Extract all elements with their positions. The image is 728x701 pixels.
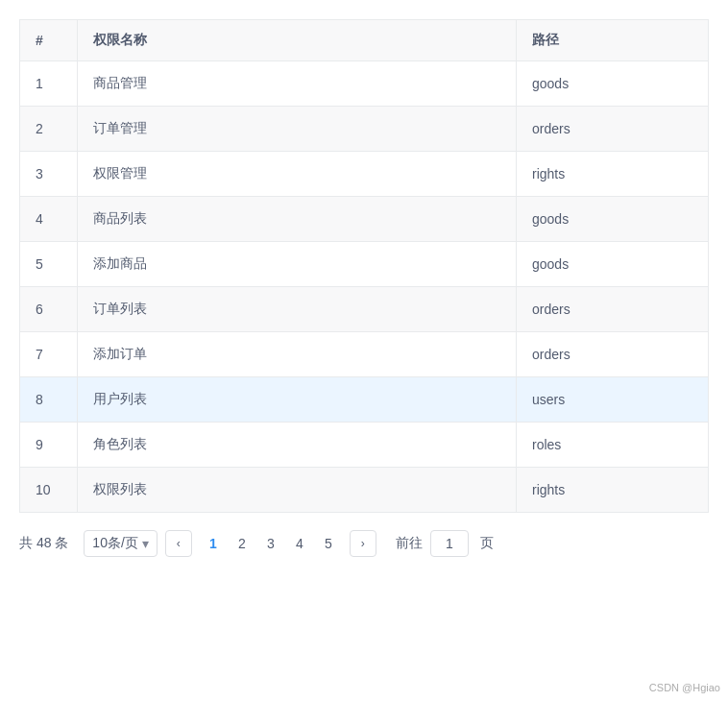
- cell-num: 10: [20, 468, 78, 513]
- cell-path: users: [517, 377, 709, 423]
- goto-prefix: 前往: [396, 535, 423, 552]
- page-size-value: 10条/页: [92, 535, 137, 552]
- cell-name: 订单列表: [78, 287, 517, 332]
- goto-suffix: 页: [480, 535, 494, 552]
- cell-name: 角色列表: [78, 423, 517, 468]
- cell-name: 添加商品: [78, 242, 517, 287]
- table-row: 4 商品列表 goods: [20, 197, 709, 242]
- cell-path: rights: [517, 152, 709, 197]
- permissions-table: # 权限名称 路径 1 商品管理 goods 2 订单管理 orders 3 权…: [19, 19, 709, 513]
- cell-path: orders: [517, 107, 709, 152]
- cell-name: 商品列表: [78, 197, 517, 242]
- table-row: 1 商品管理 goods: [20, 61, 709, 107]
- table-row: 8 用户列表 users: [20, 377, 709, 423]
- cell-num: 5: [20, 242, 78, 287]
- page-numbers: 12345: [200, 530, 342, 557]
- table-body: 1 商品管理 goods 2 订单管理 orders 3 权限管理 rights…: [20, 61, 709, 513]
- chevron-down-icon: ▾: [142, 536, 149, 551]
- page-number-2[interactable]: 2: [229, 530, 255, 557]
- cell-path: orders: [517, 287, 709, 332]
- col-header-path: 路径: [517, 20, 709, 61]
- cell-name: 订单管理: [78, 107, 517, 152]
- cell-name: 用户列表: [78, 377, 517, 423]
- cell-num: 3: [20, 152, 78, 197]
- cell-path: rights: [517, 468, 709, 513]
- cell-path: goods: [517, 61, 709, 107]
- table-row: 10 权限列表 rights: [20, 468, 709, 513]
- cell-path: goods: [517, 242, 709, 287]
- prev-page-button[interactable]: ‹: [165, 530, 192, 557]
- cell-num: 9: [20, 423, 78, 468]
- table-row: 3 权限管理 rights: [20, 152, 709, 197]
- pagination-bar: 共 48 条 10条/页 ▾ ‹ 12345 › 前往 页: [19, 530, 709, 557]
- next-page-button[interactable]: ›: [350, 530, 376, 557]
- cell-path: goods: [517, 197, 709, 242]
- page-number-3[interactable]: 3: [257, 530, 284, 557]
- cell-num: 8: [20, 377, 78, 423]
- page-number-1[interactable]: 1: [200, 530, 227, 557]
- table-row: 9 角色列表 roles: [20, 423, 709, 468]
- cell-num: 6: [20, 287, 78, 332]
- table-row: 6 订单列表 orders: [20, 287, 709, 332]
- col-header-num: #: [20, 20, 78, 61]
- table-row: 5 添加商品 goods: [20, 242, 709, 287]
- col-header-name: 权限名称: [78, 20, 517, 61]
- cell-path: roles: [517, 423, 709, 468]
- table-row: 7 添加订单 orders: [20, 332, 709, 377]
- cell-name: 权限管理: [78, 152, 517, 197]
- table-header: # 权限名称 路径: [20, 20, 709, 61]
- cell-name: 权限列表: [78, 468, 517, 513]
- page-number-4[interactable]: 4: [286, 530, 313, 557]
- cell-num: 7: [20, 332, 78, 377]
- page-size-select[interactable]: 10条/页 ▾: [84, 530, 157, 557]
- cell-path: orders: [517, 332, 709, 377]
- cell-name: 商品管理: [78, 61, 517, 107]
- page-number-5[interactable]: 5: [315, 530, 342, 557]
- goto-input[interactable]: [430, 530, 469, 557]
- cell-num: 4: [20, 197, 78, 242]
- cell-name: 添加订单: [78, 332, 517, 377]
- cell-num: 2: [20, 107, 78, 152]
- table-row: 2 订单管理 orders: [20, 107, 709, 152]
- cell-num: 1: [20, 61, 78, 107]
- total-label: 共 48 条: [19, 535, 68, 552]
